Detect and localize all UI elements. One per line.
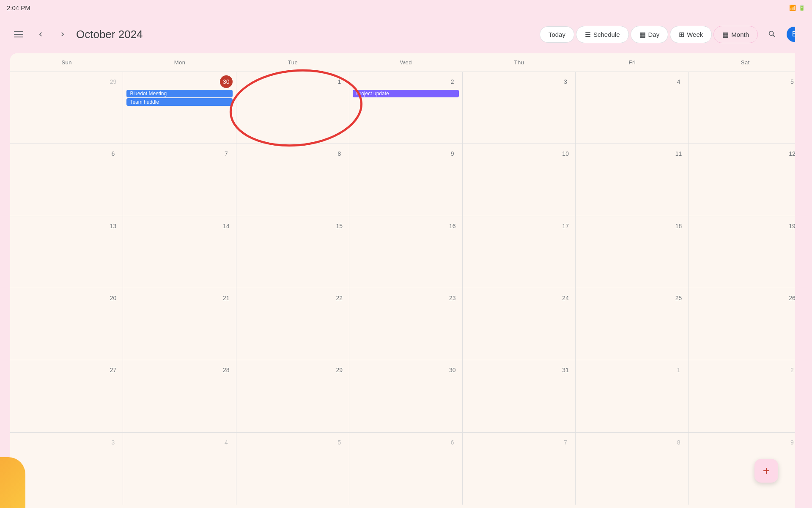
header-right: Today ☰ Schedule ▦ Day ⊞ Week ▦ Month B [540, 25, 802, 44]
day-number: 13 [107, 220, 119, 232]
table-row[interactable]: 6 [349, 433, 462, 505]
day-button[interactable]: ▦ Day [631, 26, 669, 43]
prev-month-button[interactable] [32, 26, 49, 43]
table-row[interactable]: 26 [689, 288, 802, 360]
table-row[interactable]: 5 [236, 433, 349, 505]
table-row[interactable]: 29 [10, 72, 123, 144]
table-row[interactable]: 21 [123, 288, 236, 360]
table-row[interactable]: 3 [10, 433, 123, 505]
table-row[interactable]: 24 [463, 288, 576, 360]
table-row[interactable]: 9 [689, 433, 802, 505]
day-header-tue: Tue [236, 53, 349, 72]
corner-decoration [0, 457, 25, 508]
table-row[interactable]: 8 [236, 144, 349, 215]
table-row[interactable]: 22 [236, 288, 349, 360]
table-row[interactable]: 20 [10, 288, 123, 360]
table-row[interactable]: 13 [10, 216, 123, 288]
table-row[interactable]: 7 [123, 144, 236, 215]
today-button[interactable]: Today [540, 26, 574, 43]
day-number: 7 [220, 147, 233, 160]
table-row[interactable]: 3 [463, 72, 576, 144]
table-row[interactable]: 4 [123, 433, 236, 505]
day-header-sat: Sat [689, 53, 802, 72]
table-row[interactable]: 1 [576, 360, 689, 432]
day-number: 18 [672, 220, 685, 232]
table-row[interactable]: 27 [10, 360, 123, 432]
table-row[interactable]: 5 [689, 72, 802, 144]
month-label: Month [731, 31, 749, 38]
month-button[interactable]: ▦ Month [713, 26, 758, 43]
next-month-button[interactable] [54, 26, 71, 43]
day-header-thu: Thu [463, 53, 576, 72]
day-header-wed: Wed [349, 53, 462, 72]
day-number: 9 [446, 147, 459, 160]
day-number: 21 [220, 292, 233, 304]
header: October 2024 Today ☰ Schedule ▦ Day ⊞ We… [0, 15, 812, 53]
svg-rect-0 [14, 31, 23, 32]
table-row[interactable]: 2Project update [349, 72, 462, 144]
calendar-week-5: 3456789 [10, 433, 802, 505]
table-row[interactable]: 28 [123, 360, 236, 432]
day-number: 28 [220, 364, 233, 376]
add-icon: + [763, 464, 770, 478]
table-row[interactable]: 12 [689, 144, 802, 215]
table-row[interactable]: 10 [463, 144, 576, 215]
table-row[interactable]: 4 [576, 72, 689, 144]
day-header-fri: Fri [576, 53, 689, 72]
table-row[interactable]: 18 [576, 216, 689, 288]
table-row[interactable]: 2 [689, 360, 802, 432]
table-row[interactable]: 16 [349, 216, 462, 288]
table-row[interactable]: 25 [576, 288, 689, 360]
svg-rect-1 [14, 34, 23, 35]
day-number: 6 [107, 147, 119, 160]
table-row[interactable]: 31 [463, 360, 576, 432]
day-number: 7 [559, 436, 572, 449]
day-number: 23 [446, 292, 459, 304]
table-row[interactable]: 17 [463, 216, 576, 288]
wifi-icon: 🔋 [798, 5, 805, 11]
day-number: 4 [672, 75, 685, 88]
table-row[interactable]: 23 [349, 288, 462, 360]
day-number: 1 [333, 75, 346, 88]
day-number: 27 [107, 364, 119, 376]
month-icon: ▦ [722, 30, 729, 39]
day-number: 29 [333, 364, 346, 376]
day-number: 10 [559, 147, 572, 160]
day-number: 8 [672, 436, 685, 449]
day-number: 20 [107, 292, 119, 304]
day-icon: ▦ [639, 30, 646, 39]
day-number: 15 [333, 220, 346, 232]
list-item[interactable]: Project update [353, 90, 458, 97]
table-row[interactable]: 30Bluedot MeetingTeam huddle [123, 72, 236, 144]
day-number: 2 [446, 75, 459, 88]
table-row[interactable]: 7 [463, 433, 576, 505]
table-row[interactable]: 30 [349, 360, 462, 432]
add-event-button[interactable]: + [754, 459, 778, 483]
schedule-button[interactable]: ☰ Schedule [576, 26, 629, 43]
table-row[interactable]: 8 [576, 433, 689, 505]
day-label: Day [648, 31, 660, 38]
table-row[interactable]: 6 [10, 144, 123, 215]
table-row[interactable]: 1 [236, 72, 349, 144]
menu-icon[interactable] [10, 26, 27, 43]
day-number: 30 [220, 75, 233, 88]
table-row[interactable]: 29 [236, 360, 349, 432]
table-row[interactable]: 15 [236, 216, 349, 288]
day-number: 3 [559, 75, 572, 88]
week-button[interactable]: ⊞ Week [670, 26, 712, 43]
list-item[interactable]: Team huddle [126, 98, 232, 106]
day-number: 31 [559, 364, 572, 376]
table-row[interactable]: 14 [123, 216, 236, 288]
table-row[interactable]: 11 [576, 144, 689, 215]
svg-rect-2 [14, 37, 23, 38]
schedule-icon: ☰ [585, 30, 591, 39]
battery-icon: 📶 [789, 5, 796, 11]
calendar-grid: 2930Bluedot MeetingTeam huddle12Project … [10, 72, 802, 505]
day-number: 3 [107, 436, 119, 449]
table-row[interactable]: 9 [349, 144, 462, 215]
day-number: 30 [446, 364, 459, 376]
table-row[interactable]: 19 [689, 216, 802, 288]
search-button[interactable] [763, 25, 782, 44]
list-item[interactable]: Bluedot Meeting [126, 90, 232, 97]
day-number: 8 [333, 147, 346, 160]
